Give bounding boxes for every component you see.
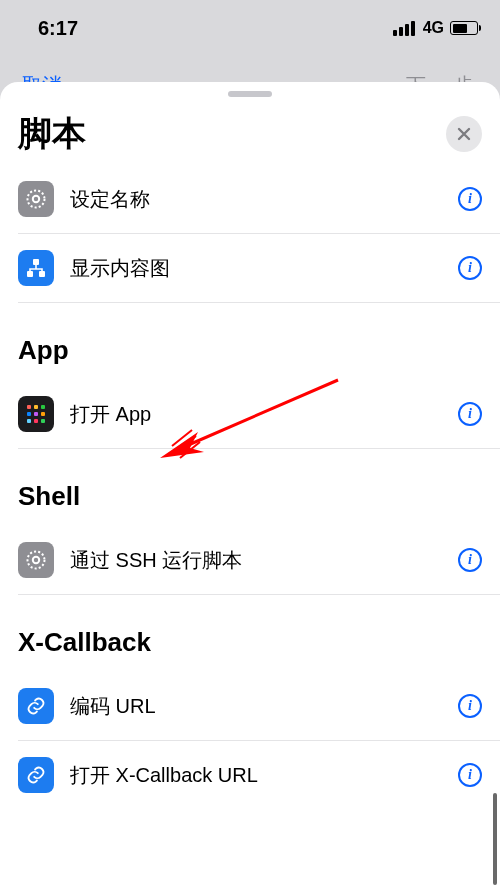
svg-rect-11 <box>27 419 31 423</box>
info-button[interactable]: i <box>458 256 482 280</box>
gear-icon <box>18 542 54 578</box>
status-right: 4G <box>393 19 478 37</box>
row-label: 显示内容图 <box>70 255 442 282</box>
row-label: 通过 SSH 运行脚本 <box>70 547 442 574</box>
sheet-header: 脚本 <box>0 97 500 165</box>
status-bar: 6:17 4G <box>0 0 500 56</box>
row-ssh-run[interactable]: 通过 SSH 运行脚本 i <box>0 526 500 594</box>
svg-rect-12 <box>34 419 38 423</box>
actions-sheet: 脚本 设定名称 i 显示内容图 i <box>0 82 500 889</box>
svg-point-1 <box>33 196 39 202</box>
svg-rect-13 <box>41 419 45 423</box>
svg-point-14 <box>28 552 45 569</box>
gear-icon <box>18 181 54 217</box>
link-icon <box>18 688 54 724</box>
battery-icon <box>450 21 478 35</box>
info-button[interactable]: i <box>458 694 482 718</box>
svg-rect-5 <box>27 405 31 409</box>
svg-rect-7 <box>41 405 45 409</box>
network-label: 4G <box>423 19 444 37</box>
row-open-xcb-url[interactable]: 打开 X-Callback URL i <box>0 741 500 809</box>
actions-list: 设定名称 i 显示内容图 i App <box>0 165 500 889</box>
svg-point-15 <box>33 557 39 563</box>
sheet-title: 脚本 <box>18 111 86 157</box>
section-header-app: App <box>0 303 500 380</box>
row-open-app[interactable]: 打开 App i <box>0 380 500 448</box>
info-button[interactable]: i <box>458 548 482 572</box>
section-header-shell: Shell <box>0 449 500 526</box>
row-label: 打开 App <box>70 401 442 428</box>
signal-icon <box>393 21 415 36</box>
svg-rect-3 <box>27 271 33 277</box>
svg-rect-9 <box>34 412 38 416</box>
info-button[interactable]: i <box>458 402 482 426</box>
svg-point-0 <box>28 191 45 208</box>
section-header-xcallback: X-Callback <box>0 595 500 672</box>
info-button[interactable]: i <box>458 763 482 787</box>
scrollbar[interactable] <box>493 793 497 885</box>
svg-rect-10 <box>41 412 45 416</box>
svg-rect-6 <box>34 405 38 409</box>
app-grid-icon <box>18 396 54 432</box>
status-time: 6:17 <box>38 17 78 40</box>
graph-icon <box>18 250 54 286</box>
info-button[interactable]: i <box>458 187 482 211</box>
row-encode-url[interactable]: 编码 URL i <box>0 672 500 740</box>
svg-rect-8 <box>27 412 31 416</box>
svg-rect-2 <box>33 259 39 265</box>
row-label: 打开 X-Callback URL <box>70 762 442 789</box>
close-icon <box>456 126 472 142</box>
row-set-name[interactable]: 设定名称 i <box>0 165 500 233</box>
close-button[interactable] <box>446 116 482 152</box>
row-show-graph[interactable]: 显示内容图 i <box>0 234 500 302</box>
svg-rect-4 <box>39 271 45 277</box>
row-label: 设定名称 <box>70 186 442 213</box>
row-label: 编码 URL <box>70 693 442 720</box>
link-icon <box>18 757 54 793</box>
